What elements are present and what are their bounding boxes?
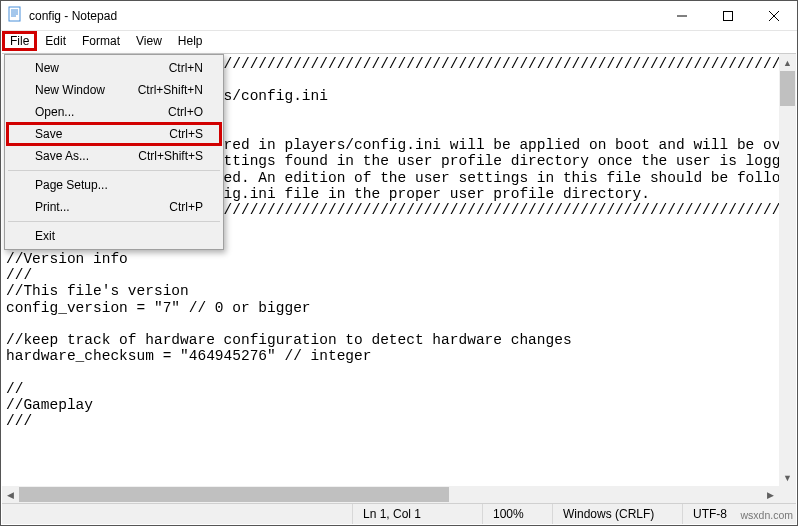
horizontal-scroll-thumb[interactable]	[19, 487, 449, 502]
file-print[interactable]: Print... Ctrl+P	[7, 196, 221, 218]
file-page-setup[interactable]: Page Setup...	[7, 174, 221, 196]
menubar: File Edit Format View Help	[1, 31, 797, 51]
maximize-button[interactable]	[705, 1, 751, 30]
scroll-right-arrow-icon[interactable]: ▶	[762, 486, 779, 503]
file-new-window-shortcut: Ctrl+Shift+N	[138, 83, 203, 97]
watermark: wsxdn.com	[740, 509, 793, 521]
editor-line: //This file's version	[6, 283, 792, 299]
file-new-window[interactable]: New Window Ctrl+Shift+N	[7, 79, 221, 101]
statusbar: Ln 1, Col 1 100% Windows (CRLF) UTF-8	[2, 503, 796, 524]
file-new-window-label: New Window	[35, 83, 105, 97]
file-new-label: New	[35, 61, 59, 75]
file-new[interactable]: New Ctrl+N	[7, 57, 221, 79]
svg-rect-6	[724, 11, 733, 20]
file-save-as-label: Save As...	[35, 149, 89, 163]
file-new-shortcut: Ctrl+N	[169, 61, 203, 75]
editor-line: //Gameplay	[6, 397, 792, 413]
file-page-setup-label: Page Setup...	[35, 178, 108, 192]
file-print-label: Print...	[35, 200, 70, 214]
vertical-scrollbar[interactable]: ▲ ▼	[779, 54, 796, 486]
notepad-app-icon	[7, 6, 23, 25]
editor-line: config_version = "7" // 0 or bigger	[6, 300, 792, 316]
editor-line: //keep track of hardware configuration t…	[6, 332, 792, 348]
editor-line: ///	[6, 267, 792, 283]
close-button[interactable]	[751, 1, 797, 30]
status-caret-pos: Ln 1, Col 1	[352, 504, 482, 524]
editor-line	[6, 364, 792, 380]
menu-separator	[8, 170, 220, 171]
vertical-scroll-thumb[interactable]	[780, 71, 795, 106]
file-menu-dropdown: New Ctrl+N New Window Ctrl+Shift+N Open.…	[4, 54, 224, 250]
horizontal-scrollbar[interactable]: ◀ ▶	[2, 486, 779, 503]
file-save[interactable]: Save Ctrl+S	[6, 122, 222, 146]
editor-line: //Version info	[6, 251, 792, 267]
menu-separator	[8, 221, 220, 222]
file-print-shortcut: Ctrl+P	[169, 200, 203, 214]
scroll-left-arrow-icon[interactable]: ◀	[2, 486, 19, 503]
file-exit[interactable]: Exit	[7, 225, 221, 247]
file-save-label: Save	[35, 127, 62, 141]
file-save-as[interactable]: Save As... Ctrl+Shift+S	[7, 145, 221, 167]
window-controls	[659, 1, 797, 30]
file-save-shortcut: Ctrl+S	[169, 127, 203, 141]
editor-line: ///	[6, 413, 792, 429]
file-exit-label: Exit	[35, 229, 55, 243]
file-open[interactable]: Open... Ctrl+O	[7, 101, 221, 123]
file-save-as-shortcut: Ctrl+Shift+S	[138, 149, 203, 163]
menu-file[interactable]: File	[2, 31, 37, 51]
file-open-shortcut: Ctrl+O	[168, 105, 203, 119]
status-zoom: 100%	[482, 504, 552, 524]
editor-line: hardware_checksum = "464945276" // integ…	[6, 348, 792, 364]
menu-edit[interactable]: Edit	[37, 32, 74, 50]
window-titlebar: config - Notepad	[1, 1, 797, 31]
scroll-up-arrow-icon[interactable]: ▲	[779, 54, 796, 71]
menu-format[interactable]: Format	[74, 32, 128, 50]
scroll-corner	[779, 486, 796, 503]
editor-line: //	[6, 381, 792, 397]
file-open-label: Open...	[35, 105, 74, 119]
menu-view[interactable]: View	[128, 32, 170, 50]
window-title: config - Notepad	[29, 9, 117, 23]
editor-line	[6, 316, 792, 332]
status-line-ending: Windows (CRLF)	[552, 504, 682, 524]
minimize-button[interactable]	[659, 1, 705, 30]
scroll-down-arrow-icon[interactable]: ▼	[779, 469, 796, 486]
menu-help[interactable]: Help	[170, 32, 211, 50]
